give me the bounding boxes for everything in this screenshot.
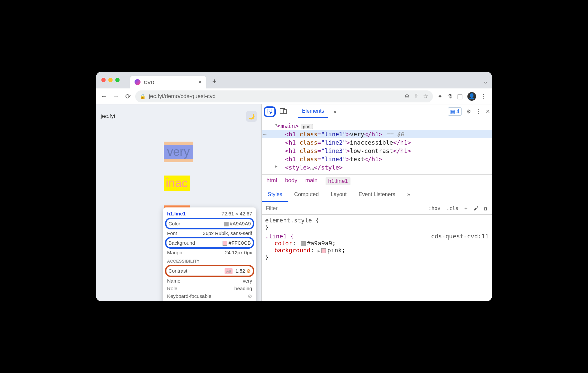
tooltip-dimensions: 72.61 × 42.67 [222, 211, 252, 216]
window-controls [101, 78, 120, 82]
warning-icon: ⊘ [246, 268, 251, 274]
toggle-pane-icon[interactable]: ◨ [483, 205, 489, 212]
cls-button[interactable]: .cls [445, 205, 460, 212]
sidepanel-icon[interactable]: ◫ [457, 93, 463, 100]
styles-tab-styles[interactable]: Styles [262, 188, 288, 202]
url-text: jec.fyi/demo/cds-quest-cvd [149, 93, 216, 100]
bookmark-icon[interactable]: ☆ [423, 93, 428, 100]
toolbar-icons: ✦ ⚗ ◫ 👤 ⋮ [436, 92, 489, 101]
forward-button[interactable]: → [111, 92, 121, 101]
a11y-role-label: Role [167, 286, 177, 291]
menu-icon[interactable]: ⋮ [481, 93, 487, 100]
color-swatch-icon[interactable] [301, 241, 306, 246]
dom-node-h1-line2[interactable]: <h1 class="line2">inaccessible</h1> [262, 138, 492, 147]
tab-favicon [135, 79, 141, 85]
more-tabs-button[interactable]: » [330, 106, 341, 117]
styles-tab-computed[interactable]: Computed [288, 188, 325, 202]
tooltip-margin-label: Margin [167, 250, 182, 255]
minimize-window-button[interactable] [108, 78, 113, 82]
bg-swatch-icon[interactable] [321, 248, 326, 253]
tab-title: CVD [144, 79, 154, 85]
tooltip-font-label: Font [167, 230, 177, 236]
browser-tab[interactable]: CVD × [130, 76, 206, 88]
styles-tab-layout[interactable]: Layout [325, 188, 352, 202]
dom-node-style[interactable]: ▶ <style>…</style> [262, 163, 492, 172]
elements-tab[interactable]: Elements [298, 105, 328, 118]
contrast-value: 1.52 [236, 268, 245, 274]
device-toggle-button[interactable] [277, 106, 290, 117]
lock-icon: 🔒 [140, 94, 146, 99]
background-swatch [223, 241, 227, 246]
hov-button[interactable]: :hov [427, 205, 442, 212]
close-window-button[interactable] [101, 78, 106, 82]
element-style-rule[interactable]: element.style { } [265, 217, 489, 231]
accessibility-header: ACCESSIBILITY [167, 259, 252, 264]
demo-line1: very [167, 145, 190, 159]
address-bar[interactable]: 🔒 jec.fyi/demo/cds-quest-cvd ⊖ ⇧ ☆ [135, 90, 433, 102]
extensions-icon[interactable]: ✦ [438, 93, 442, 100]
content-area: jec.fyi 🌙 very inac low- h1.line1 72.61 … [96, 104, 492, 301]
styles-more-button[interactable]: » [401, 188, 416, 202]
rule-source-link[interactable]: cds-quest-cvd:11 [431, 233, 489, 240]
styles-tabs: Styles Computed Layout Event Listeners » [262, 188, 492, 202]
settings-icon[interactable]: ⚙ [466, 108, 471, 115]
dark-mode-toggle[interactable]: 🌙 [246, 111, 257, 122]
a11y-kbd-label: Keyboard-focusable [167, 293, 211, 299]
issues-count: 4 [456, 109, 459, 115]
share-icon[interactable]: ⇧ [414, 93, 419, 100]
styles-tab-listeners[interactable]: Event Listeners [352, 188, 401, 202]
browser-window: CVD × + ⌄ ← → ⟳ 🔒 jec.fyi/demo/cds-quest… [96, 72, 492, 301]
a11y-name-value: very [243, 278, 252, 284]
paint-icon[interactable]: 🖌 [472, 205, 480, 212]
chat-icon: ▦ [450, 108, 455, 115]
profile-icon[interactable]: 👤 [467, 92, 476, 101]
close-devtools-button[interactable]: ✕ [486, 108, 490, 115]
not-focusable-icon: ⊘ [248, 293, 252, 299]
dom-node-h1-line4[interactable]: <h1 class="line4">text</h1> [262, 155, 492, 163]
devtools-menu-icon[interactable]: ⋮ [476, 108, 481, 115]
styles-body[interactable]: element.style { } .line1 { cds-quest-cvd… [262, 215, 492, 263]
new-rule-button[interactable]: + [463, 205, 469, 212]
reload-button[interactable]: ⟳ [123, 92, 133, 101]
breadcrumb-main[interactable]: main [305, 177, 318, 185]
breadcrumb-body[interactable]: body [285, 177, 297, 185]
contrast-label: Contrast [168, 268, 187, 274]
breadcrumb-current[interactable]: h1.line1 [326, 177, 351, 185]
breadcrumb-bar: html body main h1.line1 [262, 174, 492, 188]
dom-node-h1-line3[interactable]: <h1 class="line3">low-contrast</h1> [262, 147, 492, 155]
tooltip-color-label: Color [168, 221, 180, 226]
dom-node-h1-line1[interactable]: <h1 class="line1">very</h1> == $0 [262, 130, 492, 138]
dom-node-main[interactable]: ▼ <main>grid [262, 122, 492, 130]
new-tab-button[interactable]: + [212, 77, 217, 88]
zoom-icon[interactable]: ⊖ [405, 93, 409, 100]
dom-tree[interactable]: ▼ <main>grid <h1 class="line1">very</h1>… [262, 119, 492, 174]
tooltip-background-value: #FFC0CB [229, 240, 251, 246]
line1-rule[interactable]: .line1 { cds-quest-cvd:11 [265, 233, 489, 240]
grid-badge[interactable]: grid [301, 124, 313, 129]
toolbar: ← → ⟳ 🔒 jec.fyi/demo/cds-quest-cvd ⊖ ⇧ ☆… [96, 88, 492, 104]
demo-line1-highlight[interactable]: very [164, 142, 193, 162]
rendered-page: jec.fyi 🌙 very inac low- h1.line1 72.61 … [96, 104, 261, 301]
close-tab-button[interactable]: × [198, 79, 202, 86]
styles-filter-input[interactable] [262, 205, 424, 211]
tooltip-margin-value: 24.12px 0px [225, 250, 252, 255]
labs-icon[interactable]: ⚗ [447, 93, 452, 100]
devtools-panel: Elements » ▦ 4 ⚙ ⋮ ✕ ▼ <main>grid [261, 104, 492, 301]
issues-button[interactable]: ▦ 4 [448, 107, 462, 116]
page-title: jec.fyi [101, 113, 115, 120]
expand-shorthand-icon[interactable]: ▶ [318, 249, 320, 253]
tooltip-font-value: 36px Rubik, sans-serif [203, 230, 252, 236]
demo-line2: inac [164, 176, 190, 191]
styles-filter-bar: :hov .cls + 🖌 ◨ [262, 202, 492, 215]
tooltip-color-value: #A9A9A9 [230, 221, 251, 226]
a11y-name-label: Name [167, 278, 180, 284]
inspect-element-button[interactable] [264, 106, 276, 117]
tab-list-button[interactable]: ⌄ [483, 78, 488, 88]
titlebar: CVD × + ⌄ [96, 72, 492, 88]
maximize-window-button[interactable] [115, 78, 120, 82]
breadcrumb-html[interactable]: html [266, 177, 277, 185]
omnibox-actions: ⊖ ⇧ ☆ [405, 93, 428, 100]
back-button[interactable]: ← [99, 92, 109, 101]
svg-rect-2 [284, 110, 287, 114]
a11y-role-value: heading [235, 286, 252, 291]
